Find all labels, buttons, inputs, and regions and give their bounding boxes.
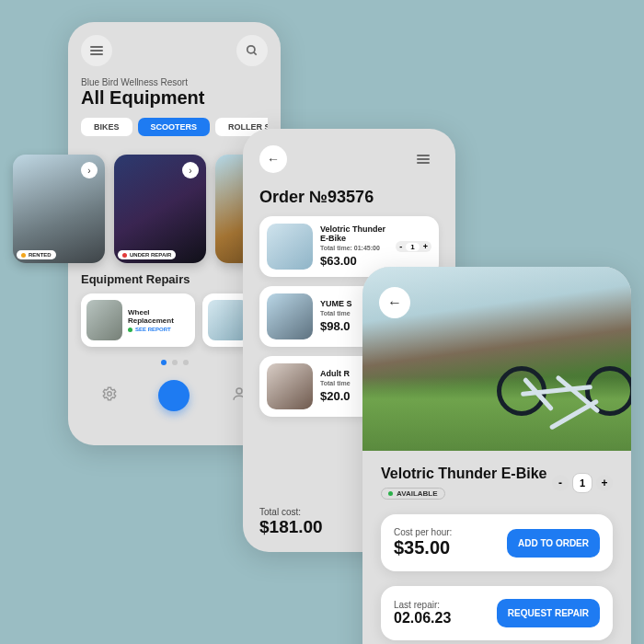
order-total: Total cost: $181.00: [259, 507, 323, 537]
gear-icon: [101, 385, 118, 402]
repair-card: Last repair: 02.06.23 REQUEST REPAIR: [381, 586, 613, 640]
chevron-right-icon[interactable]: ›: [182, 162, 199, 178]
tab-scooters[interactable]: SCOOTERS: [138, 118, 211, 136]
svg-point-2: [108, 392, 112, 397]
pagination-dots[interactable]: [81, 360, 268, 365]
page-title: All Equipment: [81, 87, 268, 109]
repair-label: Last repair:: [394, 600, 451, 610]
repair-name: Wheel Replacement: [128, 308, 190, 325]
cost-card: Cost per hour: $35.00 ADD TO ORDER: [381, 514, 613, 571]
svg-point-0: [247, 46, 255, 53]
qty-value: 1: [406, 243, 419, 251]
total-label: Total cost:: [259, 507, 323, 517]
status-badge: RENTED: [17, 250, 56, 259]
search-button[interactable]: [236, 35, 268, 66]
page-dot[interactable]: [161, 360, 167, 365]
header-bar: [81, 35, 268, 66]
arrow-left-icon: ←: [387, 294, 402, 311]
quantity-stepper[interactable]: - 1 +: [552, 473, 613, 493]
repair-value: 02.06.23: [394, 610, 451, 627]
add-to-order-button[interactable]: ADD TO ORDER: [507, 529, 600, 558]
status-text: AVAILABLE: [397, 489, 438, 498]
arrow-left-icon: ←: [267, 152, 280, 167]
status-dot-icon: [388, 491, 393, 496]
equipment-card[interactable]: › UNDER REPAIR: [114, 155, 206, 263]
page-dot[interactable]: [183, 360, 189, 365]
menu-icon: [417, 158, 430, 160]
item-price: $63.00: [320, 254, 388, 268]
cost-label: Cost per hour:: [394, 527, 452, 537]
header-bar: ←: [259, 144, 439, 175]
item-thumb: [267, 224, 313, 270]
repair-thumb: [86, 300, 122, 340]
back-button[interactable]: ←: [379, 287, 410, 318]
chevron-right-icon[interactable]: ›: [81, 162, 98, 178]
page-dot[interactable]: [172, 360, 178, 365]
title-row: Velotric Thunder E-Bike AVAILABLE - 1 +: [381, 466, 613, 500]
back-button[interactable]: ←: [259, 145, 287, 173]
total-value: $181.00: [259, 517, 323, 537]
minus-icon[interactable]: -: [399, 242, 402, 251]
quantity-stepper[interactable]: -1+: [396, 241, 431, 252]
menu-button[interactable]: [81, 35, 112, 66]
primary-fab[interactable]: [158, 380, 190, 411]
order-title: Order №93576: [259, 188, 439, 207]
svg-line-1: [254, 52, 257, 55]
svg-point-3: [236, 388, 242, 394]
status-badge: AVAILABLE: [381, 488, 445, 500]
phone-equipment-detail: ← Velotric Thunder E-Bike AVAILABLE - 1 …: [362, 267, 631, 644]
see-report-link[interactable]: SEE REPORT: [128, 327, 190, 332]
equipment-card[interactable]: › RENTED: [13, 155, 105, 263]
cost-value: $35.00: [394, 537, 452, 558]
hero-image: ←: [362, 267, 631, 451]
plus-icon[interactable]: +: [423, 242, 428, 251]
equipment-name: Velotric Thunder E-Bike: [381, 466, 546, 482]
settings-button[interactable]: [101, 385, 118, 406]
status-badge: UNDER REPAIR: [118, 250, 176, 259]
minus-button[interactable]: -: [552, 475, 569, 491]
request-repair-button[interactable]: REQUEST REPAIR: [497, 599, 600, 627]
repairs-heading: Equipment Repairs: [81, 272, 268, 286]
resort-name: Blue Bird Wellness Resort: [81, 77, 268, 87]
status-dot-icon: [128, 328, 132, 332]
tab-bikes[interactable]: BIKES: [81, 118, 132, 136]
status-text: UNDER REPAIR: [130, 252, 171, 258]
menu-button[interactable]: [408, 144, 439, 175]
item-name: Velotric Thunder E-Bike: [320, 225, 388, 244]
status-dot-icon: [21, 253, 26, 258]
bottom-nav: [81, 380, 268, 411]
menu-icon: [90, 50, 103, 52]
search-icon: [246, 44, 259, 57]
repair-card[interactable]: Wheel Replacement SEE REPORT: [81, 293, 195, 347]
status-text: RENTED: [29, 252, 52, 258]
status-dot-icon: [122, 253, 127, 258]
plus-button[interactable]: +: [596, 475, 613, 491]
item-time: Total time: 01:45:00: [320, 245, 388, 251]
item-thumb: [267, 293, 313, 339]
repairs-row: Wheel Replacement SEE REPORT: [81, 293, 268, 347]
item-thumb: [267, 363, 313, 409]
category-tabs: BIKES SCOOTERS ROLLER SK: [81, 118, 268, 136]
qty-value: 1: [572, 473, 592, 493]
